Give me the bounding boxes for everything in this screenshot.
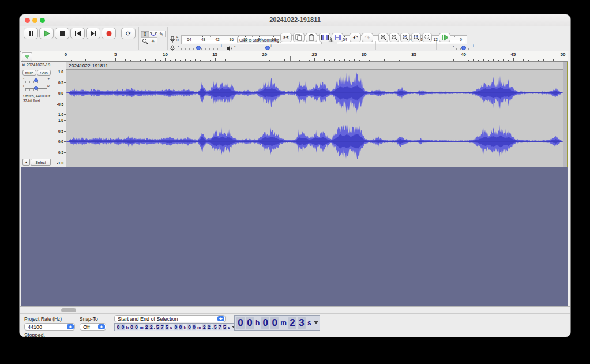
snap-to-combo[interactable]: Off [80,323,106,331]
playback-volume-slider[interactable]: - + [234,44,272,51]
clip-title[interactable]: 20241022-191811 [66,62,563,70]
skip-to-start-button[interactable] [70,28,85,39]
gain-thumb[interactable] [34,78,38,82]
time-digit[interactable]: 0 [261,317,269,329]
ruler-tick [444,59,444,61]
project-rate-combo[interactable]: 44100 [24,323,75,331]
track-name[interactable]: 20241022-19 [27,63,50,67]
time-digit[interactable]: 2 [202,324,206,330]
play-speed-slider[interactable]: - + [453,44,475,51]
ruler-tick [459,60,459,61]
horizontal-scrollbar[interactable] [20,306,570,313]
timeline-ruler[interactable]: 05101520253035404550 [21,51,568,62]
gain-slider[interactable]: - + [23,77,50,84]
solo-button[interactable]: Solo [37,70,51,76]
select-track-button[interactable]: Select [31,159,51,166]
ruler-tick [85,59,86,61]
time-digit[interactable]: 5 [156,324,160,330]
time-digit[interactable]: 0 [134,324,138,330]
ruler-tick [453,59,454,61]
stop-button[interactable] [55,28,69,39]
paste-button[interactable] [306,33,317,42]
time-digit[interactable]: 0 [270,317,279,329]
selection-mode-combo[interactable]: Start and End of Selection [114,315,226,322]
play-speed-thumb[interactable] [461,46,466,50]
ruler-tick [399,60,400,61]
time-digit[interactable]: 5 [223,324,227,330]
playback-volume-thumb[interactable] [265,46,270,50]
time-digit[interactable]: 0 [174,324,178,330]
envelope-tool-button[interactable] [149,31,157,37]
time-digit[interactable]: 0 [192,324,196,330]
multi-tool-button[interactable]: ✳ [149,37,157,44]
time-digit[interactable]: 0 [179,324,183,330]
record-button[interactable] [102,28,116,39]
undo-button[interactable]: ↶ [350,33,361,42]
selection-end-field[interactable]: 00h00m22.575s [172,323,237,331]
zoom-toggle-button[interactable] [422,33,432,42]
skip-to-end-button[interactable] [86,28,100,39]
zoom-in-button[interactable] [378,33,388,42]
waveform-channel-left[interactable] [66,70,563,117]
time-separator[interactable]: . [153,324,155,330]
time-digit[interactable]: 2 [149,324,153,330]
selection-tool-button[interactable]: I [141,31,149,37]
ruler-tick [225,59,226,61]
cut-button[interactable]: ✂ [280,33,292,42]
time-digit[interactable]: 0 [236,317,245,329]
combo-stepper-icon [217,316,224,321]
time-digit[interactable]: 0 [130,324,134,330]
ruler-tick [384,59,385,61]
time-digit[interactable]: 7 [160,324,164,330]
zoom-tool-button[interactable] [141,37,149,44]
ruler-label: 20 [262,52,267,57]
dropdown-arrow-icon[interactable] [314,321,318,324]
track-canvas[interactable]: ✕ 20241022-19 ▼ Mute Solo - + L R [21,62,568,306]
time-digit[interactable]: 7 [218,324,222,330]
audio-position-field[interactable]: 00h00m23s [234,315,320,331]
vertical-scale-ruler[interactable]: 1.00.50.0-0.5-1.01.00.50.0-0.5-1.0 [52,62,66,167]
redo-button[interactable]: ↷ [362,33,373,42]
pause-button[interactable] [24,28,38,39]
trim-audio-button[interactable] [319,33,330,42]
ruler-tick [374,59,374,61]
time-digit[interactable]: 5 [165,324,169,330]
ruler-tick [429,60,429,61]
time-digit[interactable]: 0 [117,324,121,330]
copy-button[interactable] [293,33,305,42]
audio-track[interactable]: ✕ 20241022-19 ▼ Mute Solo - + L R [21,62,568,167]
recording-volume-thumb[interactable] [196,46,201,50]
zoom-fit-project-button[interactable] [411,33,421,42]
play-button[interactable] [39,28,54,39]
ruler-tick [538,60,539,61]
silence-audio-button[interactable] [332,33,343,42]
time-digit[interactable]: 0 [121,324,125,330]
audio-clip[interactable]: 20241022-191811 [66,62,563,167]
zoom-selection-button[interactable] [400,33,410,42]
pan-slider[interactable]: L R [23,85,50,91]
waveform-channel-right[interactable] [66,117,563,167]
track-close-button[interactable]: ✕ [22,63,25,67]
mute-button[interactable]: Mute [22,70,36,76]
time-separator[interactable]: . [211,324,213,330]
time-digit[interactable]: 2 [145,324,149,330]
horizontal-scrollbar-thumb[interactable] [61,308,76,312]
draw-tool-button[interactable]: ✎ [157,31,166,37]
time-digit[interactable]: 2 [288,317,296,329]
recording-volume-slider[interactable]: - + [178,44,223,51]
clip-zone[interactable]: 20241022-191811 [66,62,567,167]
play-at-speed-button[interactable] [439,33,450,42]
pan-thumb[interactable] [34,86,38,90]
time-digit[interactable]: 2 [207,324,211,330]
collapse-track-button[interactable]: ▲ [22,159,30,166]
selection-start-field[interactable]: 00h00m22.575s [114,323,179,331]
zoom-out-button[interactable] [389,33,399,42]
vertical-scale-tick [64,93,66,93]
loop-button[interactable]: ⟳ [121,28,136,39]
time-digit[interactable]: 0 [187,324,191,330]
vertical-scrollbar[interactable] [568,51,570,306]
time-digit[interactable]: 0 [246,317,254,329]
time-digit[interactable]: 3 [298,317,306,329]
time-digit[interactable]: 5 [213,324,217,330]
ruler-tick [543,59,544,61]
